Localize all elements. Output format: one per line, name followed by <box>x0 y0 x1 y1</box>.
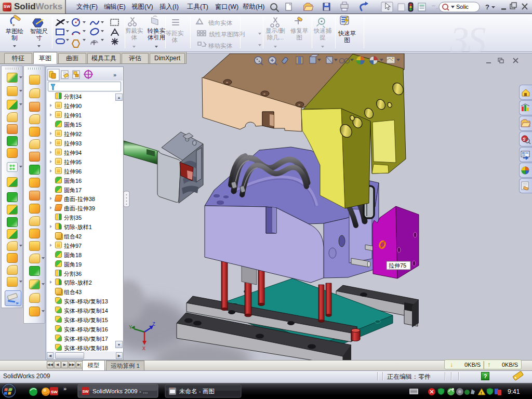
svg-text:SW: SW <box>83 389 89 394</box>
svg-text:SW: SW <box>51 390 58 394</box>
svg-text:Y: Y <box>129 325 132 330</box>
svg-text:»: » <box>113 72 116 78</box>
svg-text:X: X <box>142 346 145 352</box>
svg-text:9:41: 9:41 <box>508 388 520 395</box>
svg-text:!: ! <box>198 21 199 25</box>
svg-text:未命名 - 画图: 未命名 - 画图 <box>179 388 215 394</box>
svg-text:!: ! <box>481 391 482 395</box>
svg-text:拉伸75: 拉伸75 <box>389 262 406 269</box>
svg-text:»: » <box>63 385 66 392</box>
svg-text:SolidWorks 2009 - ...: SolidWorks 2009 - ... <box>92 388 148 394</box>
svg-text:Z: Z <box>152 322 155 327</box>
